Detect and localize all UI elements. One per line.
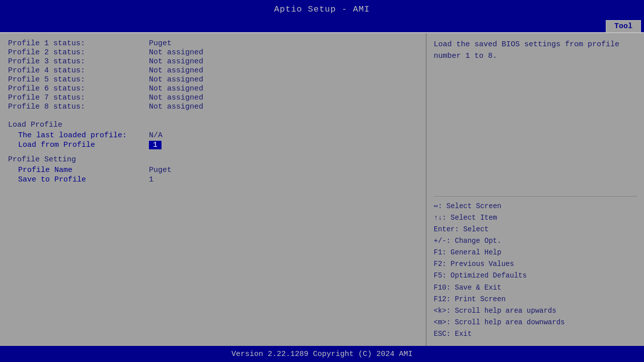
key-help-item: F12: Print Screen [434, 294, 637, 305]
profile-7-value: Not assigned [149, 94, 203, 102]
last-loaded-label: The last loaded profile: [18, 131, 149, 140]
profile-5-row: Profile 5 status: Not assigned [8, 75, 418, 84]
profile-6-label: Profile 6 status: [8, 84, 149, 93]
profile-8-value: Not assigned [149, 103, 203, 111]
key-help-item: Enter: Select [434, 224, 637, 235]
profile-6-value: Not assigned [149, 84, 203, 93]
key-help-item: ESC: Exit [434, 328, 637, 340]
header-title: Aptio Setup - AMI [274, 5, 370, 14]
profile-1-value: Puget [149, 39, 172, 48]
load-profile-header: Load Profile [8, 121, 418, 129]
profile-3-row: Profile 3 status: Not assigned [8, 57, 418, 66]
profile-6-row: Profile 6 status: Not assigned [8, 84, 418, 93]
profile-1-row: Profile 1 status: Puget [8, 39, 418, 48]
footer-text: Version 2.22.1289 Copyright (C) 2024 AMI [231, 350, 413, 358]
save-to-row[interactable]: Save to Profile 1 [8, 175, 418, 184]
key-help-item: +/-: Change Opt. [434, 235, 637, 247]
footer: Version 2.22.1289 Copyright (C) 2024 AMI [0, 346, 644, 362]
profile-name-value: Puget [149, 166, 172, 174]
header: Aptio Setup - AMI [0, 0, 644, 18]
key-help-item: <m>: Scroll help area downwards [434, 317, 637, 328]
profile-4-value: Not assigned [149, 66, 203, 75]
key-help-item: ↑↓: Select Item [434, 212, 637, 224]
tab-tool[interactable]: Tool [606, 20, 641, 32]
key-help-item: F10: Save & Exit [434, 282, 637, 294]
key-help-item: <k>: Scroll help area upwards [434, 305, 637, 317]
save-to-value: 1 [149, 175, 153, 184]
load-from-value[interactable]: 1 [149, 141, 162, 149]
profile-2-value: Not assigned [149, 48, 203, 57]
left-panel: Profile 1 status: Puget Profile 2 status… [0, 33, 427, 346]
profile-5-label: Profile 5 status: [8, 75, 149, 84]
profile-7-label: Profile 7 status: [8, 94, 149, 102]
main-content: Profile 1 status: Puget Profile 2 status… [0, 32, 644, 346]
profile-5-value: Not assigned [149, 75, 203, 84]
key-help-item: F5: Optimized Defaults [434, 270, 637, 282]
profile-2-row: Profile 2 status: Not assigned [8, 48, 418, 57]
key-help-item: F2: Previous Values [434, 258, 637, 270]
profile-4-label: Profile 4 status: [8, 66, 149, 75]
load-from-label: Load from Profile [18, 141, 149, 149]
divider [434, 196, 637, 197]
profile-name-row[interactable]: Profile Name Puget [8, 166, 418, 174]
profile-3-label: Profile 3 status: [8, 57, 149, 66]
profile-setting-header: Profile Setting [8, 155, 418, 164]
key-help-item: F1: General Help [434, 247, 637, 258]
profile-2-label: Profile 2 status: [8, 48, 149, 57]
key-help: ⇔: Select Screen↑↓: Select ItemEnter: Se… [434, 201, 637, 340]
last-loaded-value: N/A [149, 131, 163, 140]
save-to-label: Save to Profile [18, 175, 149, 184]
last-loaded-row: The last loaded profile: N/A [8, 131, 418, 140]
profile-8-label: Profile 8 status: [8, 103, 149, 111]
profile-7-row: Profile 7 status: Not assigned [8, 94, 418, 102]
right-panel: Load the saved BIOS settings from profil… [427, 33, 644, 346]
profile-3-value: Not assigned [149, 57, 203, 66]
key-help-item: ⇔: Select Screen [434, 201, 637, 212]
profile-8-row: Profile 8 status: Not assigned [8, 103, 418, 111]
tab-bar: Tool [0, 18, 644, 32]
profile-4-row: Profile 4 status: Not assigned [8, 66, 418, 75]
help-text: Load the saved BIOS settings from profil… [434, 39, 637, 192]
profile-1-label: Profile 1 status: [8, 39, 149, 48]
profile-name-label: Profile Name [18, 166, 149, 174]
load-from-row[interactable]: Load from Profile 1 [8, 141, 418, 149]
